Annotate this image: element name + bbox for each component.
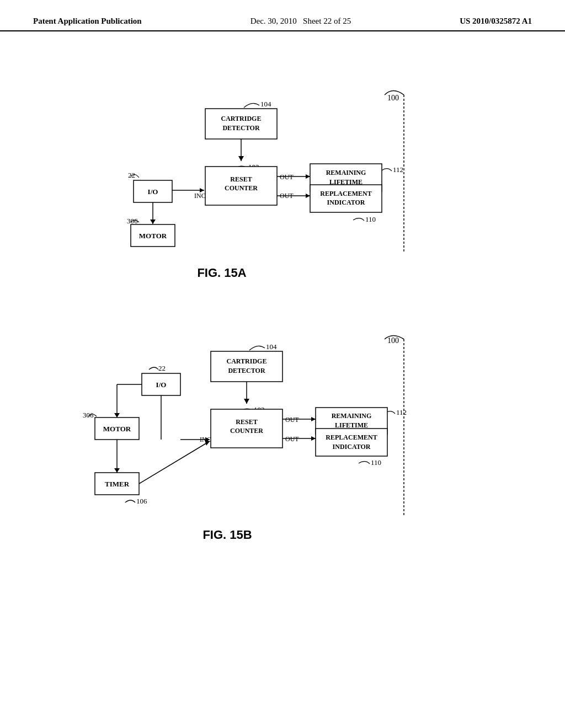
ref-106-arc bbox=[125, 500, 135, 502]
replacement-indicator-text2: INDICATOR bbox=[327, 199, 365, 206]
remaining-lifetime-b-text1: REMAINING bbox=[332, 412, 372, 420]
ref-110-arc bbox=[353, 218, 364, 221]
ref-100-label: 100 bbox=[387, 94, 399, 102]
arrow-cd-to-rc-head bbox=[238, 156, 244, 161]
ref-22b-arc bbox=[149, 367, 158, 370]
date-sheet: Dec. 30, 2010 Sheet 22 of 25 bbox=[250, 17, 351, 26]
out1b-label: OUT bbox=[285, 416, 299, 424]
fig15a-diagram: 100 CARTRIDGE DETECTOR 104 102 RESET COU… bbox=[45, 48, 520, 296]
cartridge-detector-b-text1: CARTRIDGE bbox=[227, 357, 267, 365]
ref-104b-arc bbox=[249, 346, 265, 350]
reset-counter-b-text1: RESET bbox=[236, 418, 257, 426]
arrow-timer-to-inc bbox=[139, 441, 210, 484]
arrow-io-to-motor-head bbox=[150, 220, 156, 224]
ref-112b: 112 bbox=[396, 408, 407, 416]
ref-104-arc bbox=[244, 103, 259, 108]
replacement-indicator-b-text2: INDICATOR bbox=[333, 443, 371, 451]
ref-104: 104 bbox=[260, 100, 271, 108]
patent-number: US 2010/0325872 A1 bbox=[460, 17, 532, 26]
out1-label: OUT bbox=[280, 173, 294, 181]
cartridge-detector-text1: CARTRIDGE bbox=[221, 115, 262, 122]
ref-110b-arc bbox=[359, 462, 370, 464]
page-header: Patent Application Publication Dec. 30, … bbox=[0, 0, 565, 31]
remaining-lifetime-b-text2: LIFETIME bbox=[335, 421, 368, 429]
timer-text: TIMER bbox=[105, 480, 130, 488]
arrow-rc-to-rl-head bbox=[306, 174, 310, 179]
remaining-lifetime-text1: REMAINING bbox=[326, 169, 366, 176]
arrow-io-to-motor-b-head bbox=[114, 413, 120, 417]
motor-text: MOTOR bbox=[139, 232, 167, 240]
io-text: I/O bbox=[148, 188, 158, 196]
arrow-rc-b-to-rl-head bbox=[311, 417, 316, 421]
ref-110: 110 bbox=[365, 215, 376, 223]
patent-text: US 2010/0325872 A1 bbox=[460, 17, 532, 25]
sheet-number: Sheet 22 of 25 bbox=[303, 17, 351, 25]
ref-22: 22 bbox=[128, 171, 135, 179]
reset-counter-b-text2: COUNTER bbox=[230, 427, 263, 435]
ref-306b: 306 bbox=[83, 411, 94, 419]
cartridge-detector-b-text2: DETECTOR bbox=[228, 367, 265, 374]
io-b-text: I/O bbox=[156, 381, 167, 389]
replacement-indicator-b-box bbox=[316, 429, 387, 456]
ref-110b: 110 bbox=[371, 458, 381, 467]
arrow-cd-b-head bbox=[244, 399, 249, 404]
publication-text: Patent Application Publication bbox=[33, 17, 142, 25]
replacement-indicator-text1: REPLACEMENT bbox=[320, 190, 371, 197]
inc-label: INC bbox=[194, 192, 206, 200]
fig15a-label: FIG. 15A bbox=[197, 266, 246, 280]
ref-112: 112 bbox=[393, 165, 403, 174]
ref-106: 106 bbox=[136, 497, 147, 505]
ref-100b-label: 100 bbox=[387, 336, 399, 345]
pub-date: Dec. 30, 2010 bbox=[250, 17, 297, 25]
reset-counter-text1: RESET bbox=[230, 175, 252, 183]
arrow-rc-b-to-ri-head bbox=[311, 436, 316, 441]
replacement-indicator-b-text1: REPLACEMENT bbox=[326, 433, 377, 441]
motor-b-text: MOTOR bbox=[103, 425, 131, 433]
ref-22b: 22 bbox=[158, 364, 166, 372]
fig15b-diagram: 100 CARTRIDGE DETECTOR 104 102 RESET COU… bbox=[45, 302, 520, 572]
ref-104b: 104 bbox=[266, 342, 277, 351]
cartridge-detector-text2: DETECTOR bbox=[222, 124, 259, 132]
fig15b-label: FIG. 15B bbox=[202, 528, 252, 542]
ref-112-arc bbox=[382, 169, 392, 171]
reset-counter-text2: COUNTER bbox=[225, 184, 258, 192]
publication-label: Patent Application Publication bbox=[33, 17, 142, 26]
arrow-motor-to-timer-head bbox=[114, 468, 120, 473]
arrow-rc-to-ri-head bbox=[306, 194, 310, 198]
out2b-label: OUT bbox=[285, 435, 299, 443]
